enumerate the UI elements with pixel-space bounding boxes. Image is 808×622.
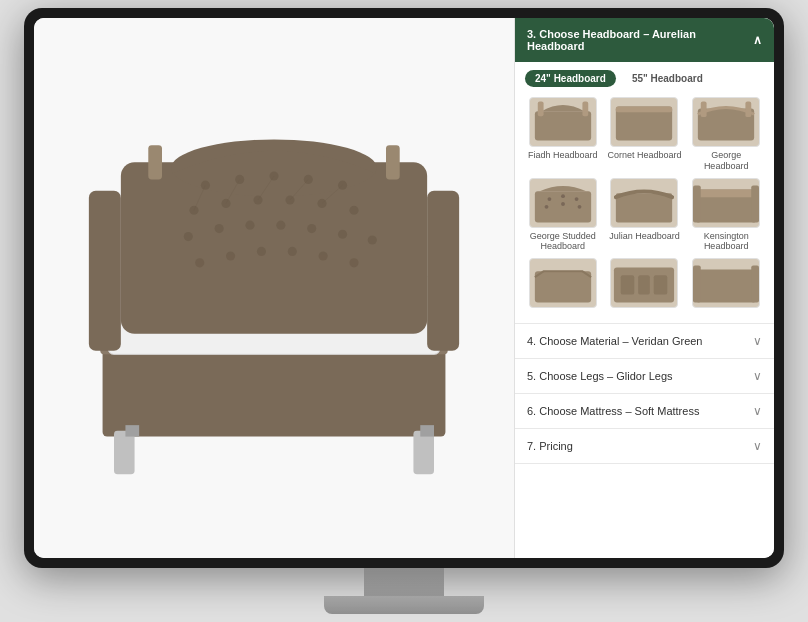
headboard-header-label: 3. Choose Headboard – Aurelian Headboard	[527, 28, 753, 52]
pricing-header-label: 7. Pricing	[527, 440, 573, 452]
accordion-mattress: 6. Choose Mattress – Soft Mattress ∨	[515, 394, 774, 429]
svg-rect-60	[616, 193, 672, 222]
svg-rect-46	[538, 102, 544, 117]
headboard-label-george: George Headboard	[688, 150, 764, 172]
headboard-label-george-studded: George Studded Headboard	[525, 231, 601, 253]
svg-rect-0	[103, 345, 446, 436]
accordion-pricing: 7. Pricing ∨	[515, 429, 774, 464]
svg-rect-2	[413, 431, 434, 474]
monitor-screen: 3. Choose Headboard – Aurelian Headboard…	[34, 18, 774, 558]
monitor-stand-base	[324, 596, 484, 614]
svg-rect-62	[696, 189, 756, 197]
headboard-item-r3c2[interactable]	[607, 258, 683, 311]
monitor-stand-neck	[364, 566, 444, 596]
svg-point-37	[349, 258, 358, 267]
headboard-content: 24" Headboard 55" Headboard	[515, 62, 774, 323]
svg-point-36	[319, 251, 328, 260]
svg-rect-11	[427, 191, 459, 351]
headboard-item-fiadh[interactable]: Fiadh Headboard	[525, 97, 601, 172]
size-tabs: 24" Headboard 55" Headboard	[523, 70, 766, 87]
svg-rect-44	[386, 145, 400, 179]
headboard-grid-row3	[523, 258, 766, 311]
svg-rect-69	[654, 275, 668, 294]
svg-point-29	[307, 224, 316, 233]
svg-rect-71	[693, 266, 701, 303]
headboard-item-george-studded[interactable]: George Studded Headboard	[525, 178, 601, 253]
headboard-item-george[interactable]: George Headboard	[688, 97, 764, 172]
svg-rect-68	[639, 275, 651, 294]
monitor: 3. Choose Headboard – Aurelian Headboard…	[24, 8, 784, 568]
legs-header-label: 5. Choose Legs – Glidor Legs	[527, 370, 673, 382]
svg-point-26	[215, 224, 224, 233]
svg-point-32	[195, 258, 204, 267]
svg-rect-45	[535, 111, 591, 140]
svg-rect-51	[701, 102, 707, 118]
svg-rect-72	[751, 266, 759, 303]
svg-point-30	[338, 230, 347, 239]
bed-preview-panel	[34, 18, 514, 558]
svg-point-57	[544, 205, 548, 209]
mattress-header-label: 6. Choose Mattress – Soft Mattress	[527, 405, 699, 417]
svg-rect-70	[696, 270, 756, 303]
legs-header[interactable]: 5. Choose Legs – Glidor Legs ∨	[515, 359, 774, 393]
svg-rect-47	[582, 102, 588, 117]
monitor-stand	[324, 566, 484, 614]
svg-point-31	[368, 235, 377, 244]
svg-rect-49	[616, 106, 672, 112]
headboard-thumb-fiadh	[529, 97, 597, 147]
pricing-chevron: ∨	[753, 439, 762, 453]
headboard-grid-row1: Fiadh Headboard	[523, 97, 766, 172]
svg-point-56	[574, 197, 578, 201]
svg-rect-3	[125, 425, 139, 436]
headboard-label-fiadh: Fiadh Headboard	[528, 150, 598, 161]
material-chevron: ∨	[753, 334, 762, 348]
svg-rect-67	[621, 275, 635, 294]
headboard-thumb-george	[692, 97, 760, 147]
svg-rect-52	[746, 102, 752, 118]
bed-illustration	[34, 18, 514, 558]
headboard-thumb-r3c2	[610, 258, 678, 308]
headboard-item-cornet[interactable]: Cornet Headboard	[607, 97, 683, 172]
headboard-label-kensington: Kensington Headboard	[688, 231, 764, 253]
headboard-label-julian: Julian Headboard	[609, 231, 680, 242]
pricing-header[interactable]: 7. Pricing ∨	[515, 429, 774, 463]
svg-point-58	[561, 202, 565, 206]
accordion-legs: 5. Choose Legs – Glidor Legs ∨	[515, 359, 774, 394]
svg-point-54	[547, 197, 551, 201]
accordion-headboard: 3. Choose Headboard – Aurelian Headboard…	[515, 18, 774, 324]
svg-rect-65	[535, 272, 591, 303]
headboard-thumb-r3c1	[529, 258, 597, 308]
headboard-chevron: ∧	[753, 33, 762, 47]
svg-point-27	[245, 221, 254, 230]
svg-rect-43	[148, 145, 162, 179]
svg-point-25	[184, 232, 193, 241]
headboard-thumb-george-studded	[529, 178, 597, 228]
tab-24-headboard[interactable]: 24" Headboard	[525, 70, 616, 87]
svg-point-59	[577, 205, 581, 209]
mattress-header[interactable]: 6. Choose Mattress – Soft Mattress ∨	[515, 394, 774, 428]
svg-rect-10	[89, 191, 121, 351]
headboard-item-julian[interactable]: Julian Headboard	[607, 178, 683, 253]
headboard-label-cornet: Cornet Headboard	[607, 150, 681, 161]
mattress-chevron: ∨	[753, 404, 762, 418]
accordion-material: 4. Choose Material – Veridan Green ∨	[515, 324, 774, 359]
headboard-item-r3c3[interactable]	[688, 258, 764, 311]
headboard-item-r3c1[interactable]	[525, 258, 601, 311]
svg-point-33	[226, 251, 235, 260]
legs-chevron: ∨	[753, 369, 762, 383]
material-header-label: 4. Choose Material – Veridan Green	[527, 335, 703, 347]
headboard-thumb-kensington	[692, 178, 760, 228]
headboard-item-kensington[interactable]: Kensington Headboard	[688, 178, 764, 253]
svg-point-35	[288, 247, 297, 256]
material-header[interactable]: 4. Choose Material – Veridan Green ∨	[515, 324, 774, 358]
headboard-thumb-r3c3	[692, 258, 760, 308]
svg-point-34	[257, 247, 266, 256]
headboard-header[interactable]: 3. Choose Headboard – Aurelian Headboard…	[515, 18, 774, 62]
configurator-panel: 3. Choose Headboard – Aurelian Headboard…	[514, 18, 774, 558]
tab-55-headboard[interactable]: 55" Headboard	[622, 70, 713, 87]
svg-rect-1	[114, 431, 135, 474]
svg-rect-4	[420, 425, 434, 436]
headboard-thumb-julian	[610, 178, 678, 228]
headboard-grid-row2: George Studded Headboard	[523, 178, 766, 253]
svg-point-24	[349, 206, 358, 215]
